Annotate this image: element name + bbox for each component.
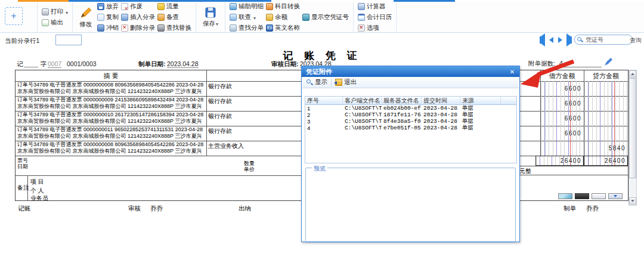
calendar-button[interactable]: 会计日历 <box>358 13 392 22</box>
maker-name: 乔乔 <box>586 205 599 213</box>
first-icon <box>540 36 545 44</box>
col-header-seq[interactable]: 序号 <box>305 97 343 104</box>
aux-detail-button[interactable]: 辅助明细 <box>230 2 264 11</box>
show-empty-no-button[interactable]: 显示空凭证号 <box>302 13 349 22</box>
find-subvoucher-button[interactable]: 查找分单 <box>230 24 264 33</box>
entry-summary[interactable]: 订单号34789 电子普通发票 0000000008 8096356898405… <box>16 82 207 95</box>
account-convert-button[interactable]: 科目转换 <box>266 2 300 11</box>
edit-pencil-icon[interactable] <box>603 57 613 67</box>
next-voucher-button[interactable] <box>556 36 564 44</box>
options-label: 选项 <box>367 24 379 32</box>
picture-button[interactable] <box>558 193 572 199</box>
debit-cell[interactable]: 6600 <box>541 96 583 111</box>
print-button[interactable]: 打印 <box>42 8 68 17</box>
close-icon[interactable] <box>508 67 516 76</box>
scroll-up-button[interactable] <box>629 70 636 78</box>
seq-cell: 1 <box>305 105 343 112</box>
submit-time-cell: 2023-04-28 ... <box>422 112 460 118</box>
abandon-label: 放弃 <box>106 2 119 11</box>
abandon-button[interactable]: 放弃 <box>97 2 119 11</box>
void-button[interactable]: 作废 <box>121 2 155 11</box>
linked-query-icon <box>230 14 237 21</box>
entry-summary[interactable]: 订单号34789 电子普通发票 0000000010 2617230514728… <box>16 112 207 125</box>
insert-entry-button[interactable]: 插入分录 <box>121 13 155 22</box>
current-entry-input[interactable] <box>55 35 82 45</box>
dialog-titlebar[interactable]: 凭证附件 <box>302 66 519 77</box>
voucher-search-input[interactable] <box>584 36 623 44</box>
submit-time-cell: 2023-04-28 ... <box>422 125 460 131</box>
modify-button[interactable]: 修改 <box>77 6 95 29</box>
project-label[interactable]: 项 目 <box>30 178 44 186</box>
find-replace-icon <box>157 24 165 32</box>
options-button[interactable]: 选项 <box>358 24 392 33</box>
person-label[interactable]: 个 人 <box>30 187 44 195</box>
balance-button[interactable]: 余额 <box>266 13 300 22</box>
flow-button[interactable]: 流量 <box>157 2 191 11</box>
first-voucher-button[interactable] <box>538 36 546 44</box>
credit-cell[interactable] <box>584 111 627 126</box>
show-empty-no-label: 显示空凭证号 <box>311 13 349 21</box>
prev-voucher-button[interactable] <box>547 36 555 44</box>
reference-label: 备查 <box>166 13 179 21</box>
credit-cell[interactable] <box>584 81 627 96</box>
debit-cell[interactable]: 6600 <box>541 81 583 96</box>
debit-cell[interactable] <box>541 141 583 156</box>
last-voucher-button[interactable] <box>565 36 573 44</box>
scroll-down-button[interactable] <box>629 197 636 205</box>
scroll-thumb[interactable] <box>629 78 636 178</box>
col-header-submit-time[interactable]: 提交时间 <box>422 97 460 104</box>
submit-time-cell: 2023-04-28 ... <box>422 118 460 125</box>
credit-cell[interactable] <box>584 96 627 111</box>
find-subvoucher-icon <box>230 24 237 32</box>
credit-cell[interactable] <box>584 126 627 141</box>
attachment-row[interactable]: 4 C:\U8SOFT\T... e7be051f-05... 2023-04-… <box>305 125 516 131</box>
preview-icon <box>306 79 313 86</box>
debit-cell[interactable]: 6600 <box>541 126 583 141</box>
find-replace-label: 查找替换 <box>166 24 191 32</box>
linked-query-label: 联查 <box>239 13 251 21</box>
calculator-label: 计算器 <box>367 2 386 11</box>
show-attachment-button[interactable]: 显示 <box>306 78 327 86</box>
col-header-source[interactable]: 来源 <box>460 97 501 104</box>
save-button[interactable]: 保存 <box>200 7 221 28</box>
scan-button[interactable] <box>575 193 589 199</box>
divider <box>331 79 332 86</box>
toolbar: 打印 输出 修改 放弃 复制 冲销 作废 插入分录 删除分录 流量 备查 <box>0 2 644 33</box>
calculator-button[interactable]: 计算器 <box>358 2 392 11</box>
copy-button[interactable]: 复制 <box>97 13 119 22</box>
entry-summary[interactable]: 订单号34789 电子普通发票 0000000008 8096356898405… <box>16 141 207 155</box>
toolbar-group-save: 保存 <box>196 2 225 32</box>
debit-cell[interactable]: 6600 <box>541 111 583 126</box>
find-replace-button[interactable]: 查找替换 <box>157 24 191 33</box>
credit-cell[interactable]: 5840 <box>584 141 627 156</box>
delete-entry-icon <box>121 24 128 32</box>
edit-note-button[interactable] <box>592 193 606 199</box>
total-credit-cell: 26400 <box>584 156 628 166</box>
chevron-down-icon <box>614 195 617 197</box>
search-icon <box>577 37 583 42</box>
find-subvoucher-label: 查找分单 <box>239 24 264 32</box>
salesman-label[interactable]: 业务员 <box>30 194 48 203</box>
query-button[interactable]: 查询 <box>630 36 642 45</box>
delete-entry-button[interactable]: 删除分录 <box>121 24 155 33</box>
writeoff-button[interactable]: 冲销 <box>97 24 119 33</box>
exit-button[interactable]: 退出 <box>335 78 357 86</box>
chevron-down-icon <box>253 14 256 21</box>
english-name-button[interactable]: 英文名称 <box>266 24 300 33</box>
entry-summary[interactable]: 订单号34789 电子普通发票 0000000011 9650228525374… <box>16 126 207 140</box>
collapse-button[interactable] <box>608 193 623 199</box>
add-button[interactable] <box>5 7 23 25</box>
entry-summary[interactable]: 订单号34789 电子普通发票 0000000009 2415386609589… <box>16 97 207 110</box>
export-button[interactable]: 输出 <box>42 18 68 27</box>
linked-query-button[interactable]: 联查 <box>230 13 264 22</box>
attach-count-value[interactable]: 4 <box>559 60 563 67</box>
toolbar-group-edit: 修改 放弃 复制 冲销 作废 插入分录 删除分录 流量 备查 查找替换 <box>73 2 196 32</box>
reference-button[interactable]: 备查 <box>157 13 191 22</box>
col-header-server-file[interactable]: 服务器文件名 <box>382 97 422 104</box>
make-date-value[interactable]: 2023.04.28 <box>167 60 199 68</box>
voucher-word-no[interactable]: 0007 <box>48 60 61 68</box>
english-name-icon <box>266 24 273 32</box>
vertical-scrollbar[interactable] <box>628 70 637 206</box>
col-header-client-file[interactable]: 客户端文件名 <box>343 97 382 104</box>
insert-entry-icon <box>121 14 128 21</box>
